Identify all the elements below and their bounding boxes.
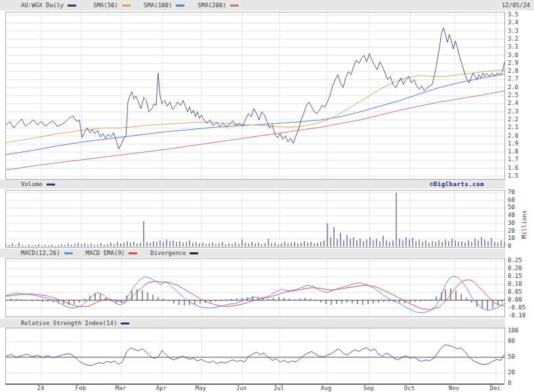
axis-tick-label: 3.0 <box>508 52 518 58</box>
axis-tick-label: 3.5 <box>508 11 518 18</box>
axis-tick-label: 2.1 <box>508 124 518 130</box>
axis-tick-label: 1.6 <box>508 165 518 171</box>
legend-divergence: Divergence <box>150 250 198 256</box>
axis-tick-label: 80 <box>508 338 515 344</box>
month-label: Mar <box>115 385 126 391</box>
macd-color-swatch-icon <box>64 252 73 254</box>
axis-tick-label: 0.10 <box>508 281 522 287</box>
rsi-title-wrap: Relative Strength Index(14) <box>21 320 129 326</box>
axis-tick-label: 0 <box>508 380 511 386</box>
axis-tick-label: 2.4 <box>508 100 518 106</box>
axis-tick-label: 0.20 <box>508 265 522 271</box>
legend-sma100: SMA(100) <box>144 2 184 9</box>
rsi-title: Relative Strength Index(14) <box>21 320 117 326</box>
axis-tick-label: 0.00 <box>508 296 522 303</box>
macd-ema-label: MACD EMA(9) <box>86 250 125 256</box>
axis-tick-label: 0.25 <box>508 257 522 264</box>
price-chart-panel <box>5 12 505 180</box>
axis-tick-label: 100 <box>508 327 518 334</box>
rsi-chart <box>6 328 504 383</box>
axis-tick-label: 0.05 <box>508 288 522 295</box>
month-label: Nov <box>449 385 459 391</box>
macd-ema-color-swatch-icon <box>129 252 137 254</box>
month-label: 24 <box>37 385 45 391</box>
macd-label: MACD(12,26) <box>21 250 60 256</box>
bigcharts-stock-chart: AU:WGX Daily SMA(50) SMA(100) SMA(200) 1… <box>0 0 534 392</box>
month-label: May <box>195 385 206 391</box>
axis-tick-label: 1.7 <box>508 156 518 163</box>
axis-tick-label: 2.3 <box>508 108 518 115</box>
sma50-color-swatch-icon <box>122 5 131 7</box>
axis-tick-label: 1.5 <box>508 172 518 179</box>
chart-legend-bar: AU:WGX Daily SMA(50) SMA(100) SMA(200) <box>0 0 534 10</box>
axis-tick-label: 20 <box>508 227 515 234</box>
symbol-label: AU:WGX Daily <box>21 2 64 9</box>
axis-tick-label: 3.2 <box>508 35 518 42</box>
legend-sma200: SMA(200) <box>197 2 238 9</box>
legend-sma50: SMA(50) <box>93 2 131 9</box>
axis-tick-label: 2.7 <box>508 75 518 82</box>
macd-chart-panel <box>5 258 505 317</box>
sma50-label: SMA(50) <box>93 2 118 9</box>
sma100-color-swatch-icon <box>176 5 184 7</box>
axis-tick-label: -0.05 <box>508 304 525 311</box>
volume-unit-label: Millions <box>521 210 527 239</box>
sma200-color-swatch-icon <box>230 5 239 7</box>
axis-tick-label: 20 <box>508 369 515 376</box>
month-label: Dec <box>490 385 501 391</box>
axis-tick-label: 3.3 <box>508 28 518 34</box>
axis-tick-label: 50 <box>508 204 515 210</box>
bigcharts-logo[interactable]: ©BigCharts.com <box>430 181 484 187</box>
axis-tick-label: 1.9 <box>508 140 518 147</box>
month-label: Feb <box>75 385 86 391</box>
axis-tick-label: 2.0 <box>508 132 518 139</box>
volume-color-swatch-icon <box>47 184 55 186</box>
price-chart <box>6 12 504 179</box>
month-label: Jul <box>274 385 284 391</box>
macd-chart <box>6 259 504 317</box>
axis-tick-label: 1.8 <box>508 148 518 155</box>
axis-tick-label: 3.1 <box>508 43 518 50</box>
volume-chart <box>6 191 504 247</box>
macd-header-bar: MACD(12,26) MACD EMA(9) Divergence <box>0 248 505 258</box>
chart-date: 12/05/24 <box>502 2 530 9</box>
month-label: Aug <box>321 385 331 391</box>
month-label: Apr <box>156 385 167 391</box>
month-label: Jun <box>236 385 247 391</box>
axis-tick-label: 0 <box>508 243 511 249</box>
axis-tick-label: 10 <box>508 235 515 241</box>
divergence-label: Divergence <box>150 250 186 256</box>
axis-tick-label: 3.4 <box>508 19 518 26</box>
volume-title: Volume <box>21 181 43 187</box>
axis-tick-label: 2.5 <box>508 92 518 98</box>
legend-macd: MACD(12,26) <box>21 250 73 256</box>
axis-tick-label: 70 <box>508 189 515 195</box>
axis-tick-label: 0.15 <box>508 273 522 279</box>
volume-title-wrap: Volume <box>21 181 55 187</box>
axis-tick-label: 2.2 <box>508 116 518 123</box>
axis-tick-label: 40 <box>508 212 515 218</box>
legend-macd-ema: MACD EMA(9) <box>86 250 138 256</box>
price-color-swatch-icon <box>68 5 76 7</box>
axis-tick-label: 2.9 <box>508 60 518 66</box>
axis-tick-label: -0.10 <box>508 312 525 319</box>
axis-tick-label: 2.8 <box>508 68 518 74</box>
axis-tick-label: 50 <box>508 353 515 360</box>
month-label: Sep <box>363 385 374 391</box>
rsi-chart-panel <box>5 328 505 384</box>
volume-chart-panel <box>5 190 505 248</box>
rsi-color-swatch-icon <box>121 323 129 324</box>
symbol-title: AU:WGX Daily <box>21 2 76 9</box>
sma200-label: SMA(200) <box>197 2 226 9</box>
month-label: Oct <box>404 385 415 391</box>
sma100-label: SMA(100) <box>144 2 172 9</box>
rsi-header-bar: Relative Strength Index(14) <box>0 319 505 328</box>
axis-tick-label: 2.6 <box>508 84 518 90</box>
axis-tick-label: 30 <box>508 220 515 226</box>
divergence-color-swatch-icon <box>190 252 198 254</box>
axis-tick-label: 60 <box>508 197 515 203</box>
